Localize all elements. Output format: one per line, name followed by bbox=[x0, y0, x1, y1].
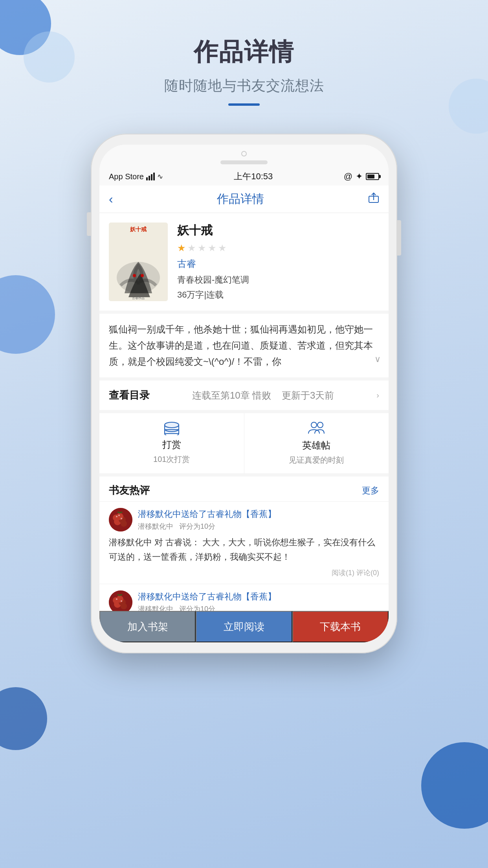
status-time: 上午10:53 bbox=[234, 171, 273, 182]
signal-bars bbox=[146, 173, 155, 180]
hero-sublabel: 见证真爱的时刻 bbox=[289, 455, 344, 465]
review-footer-1: 阅读(1) 评论(0) bbox=[109, 568, 379, 577]
coin-stack-icon bbox=[163, 422, 180, 435]
bg-decoration-5 bbox=[421, 742, 488, 829]
download-button[interactable]: 下载本书 bbox=[292, 611, 389, 642]
bg-decoration-4 bbox=[0, 275, 55, 354]
book-info-section: 妖十戒 bbox=[99, 213, 389, 314]
people-icon bbox=[307, 421, 326, 436]
author-name[interactable]: 古睿 bbox=[177, 257, 379, 270]
read-now-button[interactable]: 立即阅读 bbox=[196, 611, 292, 642]
hero-label: 英雄帖 bbox=[302, 439, 330, 452]
svg-point-12 bbox=[165, 422, 179, 428]
location-icon: @ bbox=[344, 171, 352, 182]
book-title: 妖十戒 bbox=[177, 223, 379, 239]
svg-point-13 bbox=[311, 422, 317, 428]
bar1 bbox=[146, 177, 148, 180]
phone-side-button-right bbox=[397, 220, 401, 256]
review-meta-2: 潜移默化中送给了古睿礼物【香蕉】 潜移默化中 评分为10分 bbox=[138, 591, 379, 614]
tip-label: 打赏 bbox=[162, 438, 181, 451]
phone-mockup: App Store ∿ 上午10:53 @ ✦ bbox=[91, 134, 397, 653]
tip-count: 101次打赏 bbox=[153, 454, 190, 465]
svg-point-5 bbox=[133, 274, 136, 277]
star-4: ★ bbox=[208, 243, 216, 254]
app-content: 妖十戒 bbox=[99, 213, 389, 642]
cover-art: 妖十戒 bbox=[109, 223, 168, 301]
battery-fill bbox=[367, 175, 374, 178]
wifi-icon: ∿ bbox=[157, 172, 163, 181]
star-2: ★ bbox=[187, 243, 196, 254]
back-app-label: App Store bbox=[109, 172, 144, 181]
svg-text:古睿作品: 古睿作品 bbox=[132, 296, 145, 300]
svg-point-23 bbox=[118, 515, 120, 516]
bottom-action-bar: 加入书架 立即阅读 下载本书 bbox=[99, 611, 389, 642]
star-3: ★ bbox=[198, 243, 206, 254]
svg-point-31 bbox=[121, 600, 122, 602]
review-body-1: 潜移默化中 对 古睿说： 大大，大大，听说你想生猴子，实在没有什么可送的，送一筐… bbox=[109, 535, 379, 564]
svg-point-28 bbox=[121, 603, 127, 609]
phone-camera bbox=[241, 151, 247, 156]
review-header-2: 潜移默化中送给了古睿礼物【香蕉】 潜移默化中 评分为10分 bbox=[109, 590, 379, 614]
status-right: @ ✦ bbox=[344, 171, 379, 182]
page-subtitle: 随时随地与书友交流想法 bbox=[0, 76, 488, 96]
toc-status: 连载至第10章 惜败 更新于3天前 bbox=[192, 389, 334, 402]
phone-speaker bbox=[220, 160, 268, 164]
svg-point-6 bbox=[141, 274, 144, 277]
svg-point-21 bbox=[116, 516, 117, 517]
review-avatar-2 bbox=[109, 590, 132, 614]
star-1: ★ bbox=[177, 243, 186, 254]
app-nav: ‹ 作品详情 bbox=[99, 186, 389, 213]
page-header: 作品详情 随时随地与书友交流想法 bbox=[0, 35, 488, 106]
reviews-more-button[interactable]: 更多 bbox=[362, 485, 379, 497]
add-shelf-button[interactable]: 加入书架 bbox=[99, 611, 196, 642]
toc-arrow-icon: › bbox=[376, 391, 379, 400]
star-rating: ★ ★ ★ ★ ★ bbox=[177, 243, 379, 254]
svg-point-30 bbox=[116, 598, 117, 600]
bar4 bbox=[153, 173, 155, 180]
status-left: App Store ∿ bbox=[109, 172, 163, 181]
toc-row[interactable]: 查看目录 连载至第10章 惜败 更新于3天前 › bbox=[99, 381, 389, 413]
description-text: 狐仙祠一别成千年，他杀她十世；狐仙祠再遇如初见，他守她一生。这个故事讲的是道，也… bbox=[109, 324, 373, 367]
page-title: 作品详情 bbox=[0, 35, 488, 68]
svg-point-20 bbox=[113, 515, 119, 521]
book-cover: 妖十戒 bbox=[109, 223, 168, 301]
svg-point-19 bbox=[121, 520, 127, 527]
hero-action[interactable]: 英雄帖 见证真爱的时刻 bbox=[244, 413, 389, 473]
fold-icon[interactable]: ∨ bbox=[374, 352, 381, 366]
bg-decoration-6 bbox=[0, 687, 47, 750]
review-header-1: 潜移默化中送给了古睿礼物【香蕉】 潜移默化中 评分为10分 bbox=[109, 508, 379, 531]
reviews-title: 书友热评 bbox=[109, 484, 150, 497]
book-description: 狐仙祠一别成千年，他杀她十世；狐仙祠再遇如初见，他守她一生。这个故事讲的是道，也… bbox=[99, 314, 389, 381]
back-button[interactable]: ‹ bbox=[109, 192, 113, 206]
review-gift-title-2[interactable]: 潜移默化中送给了古睿礼物【香蕉】 bbox=[138, 591, 379, 603]
toc-label: 查看目录 bbox=[109, 388, 150, 402]
phone-side-button-left bbox=[87, 212, 91, 236]
svg-point-14 bbox=[317, 422, 323, 428]
nav-title: 作品详情 bbox=[217, 191, 264, 207]
title-underline bbox=[228, 103, 260, 106]
star-5: ★ bbox=[218, 243, 227, 254]
bar2 bbox=[149, 176, 150, 180]
book-genre: 青春校园-魔幻笔调 bbox=[177, 274, 379, 286]
bluetooth-icon: ✦ bbox=[356, 171, 363, 182]
review-meta-1: 潜移默化中送给了古睿礼物【香蕉】 潜移默化中 评分为10分 bbox=[138, 508, 379, 531]
bar3 bbox=[151, 174, 152, 180]
share-button[interactable] bbox=[368, 192, 379, 206]
svg-text:妖十戒: 妖十戒 bbox=[130, 226, 147, 232]
status-bar: App Store ∿ 上午10:53 @ ✦ bbox=[99, 167, 389, 186]
svg-point-29 bbox=[113, 597, 119, 603]
svg-point-22 bbox=[121, 518, 122, 519]
review-user-score-1: 潜移默化中 评分为10分 bbox=[138, 522, 379, 531]
actions-row: 打赏 101次打赏 英雄帖 bbox=[99, 413, 389, 476]
tip-action[interactable]: 打赏 101次打赏 bbox=[99, 413, 244, 473]
book-wordcount: 36万字|连载 bbox=[177, 289, 379, 301]
battery-icon bbox=[366, 173, 379, 180]
review-item-1: 潜移默化中送给了古睿礼物【香蕉】 潜移默化中 评分为10分 潜移默化中 对 古睿… bbox=[99, 501, 389, 584]
book-details: 妖十戒 ★ ★ ★ ★ ★ 古睿 青春校园-魔幻笔调 36万字|连载 bbox=[177, 223, 379, 301]
reviews-header: 书友热评 更多 bbox=[99, 476, 389, 501]
review-gift-title-1[interactable]: 潜移默化中送给了古睿礼物【香蕉】 bbox=[138, 508, 379, 520]
review-avatar-1 bbox=[109, 508, 132, 531]
